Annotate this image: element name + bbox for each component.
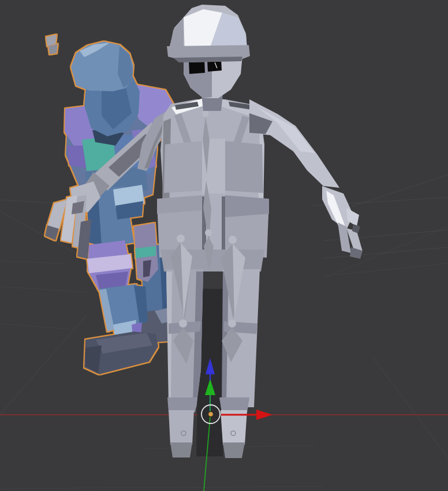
bone-joint-chest [203, 175, 210, 181]
chest-panel-left [164, 141, 202, 193]
chest-panel-right [225, 141, 263, 193]
boot-toe-left [170, 442, 192, 457]
3d-viewport-canvas[interactable] [0, 0, 448, 491]
bone-joint-knee-right [228, 319, 236, 328]
boot-toe-right [223, 442, 245, 458]
vest-gap-right [222, 196, 225, 253]
object-origin-dot[interactable] [208, 412, 214, 417]
bone-joint-hip-left [177, 235, 185, 243]
bone-joint-neck [203, 111, 209, 117]
boot-left [169, 410, 194, 445]
bone-joint-hip-right [229, 236, 237, 244]
bone-joint-pelvis [205, 229, 212, 236]
vest-pouch-right-flap [225, 195, 269, 217]
bone-joint-knee-left [179, 319, 187, 328]
